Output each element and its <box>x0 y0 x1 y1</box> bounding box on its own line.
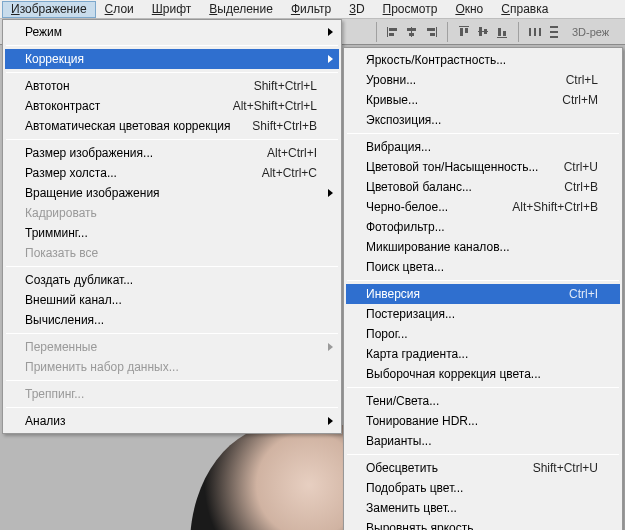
correction-submenu-item-label: Тени/Света... <box>366 394 598 408</box>
correction-submenu-item-label: Выборочная коррекция цвета... <box>366 367 598 381</box>
image-menu-item[interactable]: Вращение изображения <box>5 183 339 203</box>
correction-submenu-item[interactable]: Поиск цвета... <box>346 257 620 277</box>
correction-submenu-item-label: Карта градиента... <box>366 347 598 361</box>
correction-submenu-item[interactable]: Цветовой тон/Насыщенность...Ctrl+U <box>346 157 620 177</box>
image-menu-item: Показать все <box>5 243 339 263</box>
correction-submenu-item-label: Яркость/Контрастность... <box>366 53 598 67</box>
distribute-h-icon[interactable] <box>526 23 544 41</box>
image-menu-item[interactable]: Вычисления... <box>5 310 339 330</box>
correction-submenu-item[interactable]: Подобрать цвет... <box>346 478 620 498</box>
image-menu-item-label: Анализ <box>25 414 317 428</box>
correction-submenu-item[interactable]: Порог... <box>346 324 620 344</box>
correction-submenu-item[interactable]: Выровнять яркость <box>346 518 620 530</box>
menubar-item[interactable]: Фильтр <box>282 1 340 18</box>
submenu-arrow-icon <box>328 55 333 63</box>
image-menu-item-label: Размер холста... <box>25 166 250 180</box>
image-menu-dropdown: РежимКоррекцияАвтотонShift+Ctrl+LАвтокон… <box>2 19 342 434</box>
menubar-item[interactable]: Слои <box>96 1 143 18</box>
correction-submenu-item[interactable]: Тонирование HDR... <box>346 411 620 431</box>
correction-submenu-item[interactable]: Яркость/Контрастность... <box>346 50 620 70</box>
submenu-arrow-icon <box>328 189 333 197</box>
svg-rect-15 <box>497 37 507 38</box>
correction-submenu-item[interactable]: Постеризация... <box>346 304 620 324</box>
correction-submenu-item[interactable]: Кривые...Ctrl+M <box>346 90 620 110</box>
menubar-item[interactable]: Шрифт <box>143 1 200 18</box>
image-menu-item[interactable]: Автоматическая цветовая коррекцияShift+C… <box>5 116 339 136</box>
correction-submenu-item[interactable]: ОбесцветитьShift+Ctrl+U <box>346 458 620 478</box>
correction-submenu-item[interactable]: Вибрация... <box>346 137 620 157</box>
menubar-item[interactable]: Справка <box>492 1 557 18</box>
correction-submenu-item-label: Кривые... <box>366 93 550 107</box>
menubar-item[interactable]: Выделение <box>200 1 282 18</box>
correction-submenu-item-label: Черно-белое... <box>366 200 500 214</box>
align-right-icon[interactable] <box>422 23 440 41</box>
toolbar-3d-label[interactable]: 3D-реж <box>572 26 609 38</box>
menubar-item[interactable]: 3D <box>340 1 373 18</box>
image-menu-item[interactable]: АвтоконтрастAlt+Shift+Ctrl+L <box>5 96 339 116</box>
image-menu-item-label: Создать дубликат... <box>25 273 317 287</box>
correction-submenu-item-label: Заменить цвет... <box>366 501 598 515</box>
image-menu-item[interactable]: Размер холста...Alt+Ctrl+C <box>5 163 339 183</box>
toolbar-separator <box>518 22 519 42</box>
menubar-item[interactable]: Изображение <box>2 1 96 18</box>
submenu-arrow-icon <box>328 28 333 36</box>
svg-rect-1 <box>389 28 397 31</box>
correction-submenu-item[interactable]: Цветовой баланс...Ctrl+B <box>346 177 620 197</box>
image-menu-item[interactable]: Тримминг... <box>5 223 339 243</box>
svg-rect-19 <box>534 28 536 36</box>
image-menu-separator <box>6 380 338 381</box>
align-bottom-icon[interactable] <box>493 23 511 41</box>
image-menu-separator <box>6 407 338 408</box>
correction-submenu-item[interactable]: Фотофильтр... <box>346 217 620 237</box>
correction-submenu-item[interactable]: Микширование каналов... <box>346 237 620 257</box>
correction-submenu-item[interactable]: Экспозиция... <box>346 110 620 130</box>
align-center-v-icon[interactable] <box>474 23 492 41</box>
correction-submenu-item-label: Уровни... <box>366 73 554 87</box>
correction-submenu-separator <box>347 387 619 388</box>
image-menu-item[interactable]: Режим <box>5 22 339 42</box>
correction-submenu-item[interactable]: Черно-белое...Alt+Shift+Ctrl+B <box>346 197 620 217</box>
image-menu-item[interactable]: АвтотонShift+Ctrl+L <box>5 76 339 96</box>
image-menu-item[interactable]: Анализ <box>5 411 339 431</box>
document-image <box>190 425 360 530</box>
correction-submenu-item[interactable]: Выборочная коррекция цвета... <box>346 364 620 384</box>
image-menu-item: Треппинг... <box>5 384 339 404</box>
align-top-icon[interactable] <box>455 23 473 41</box>
correction-submenu-item[interactable]: Варианты... <box>346 431 620 451</box>
menubar-item[interactable]: Просмотр <box>374 1 447 18</box>
distribute-v-icon[interactable] <box>545 23 563 41</box>
svg-rect-10 <box>460 28 463 36</box>
correction-submenu-item-label: Фотофильтр... <box>366 220 598 234</box>
toolbar-separator <box>376 22 377 42</box>
correction-submenu-item[interactable]: Уровни...Ctrl+L <box>346 70 620 90</box>
image-menu-item-label: Вращение изображения <box>25 186 317 200</box>
image-menu-item-shortcut: Alt+Shift+Ctrl+L <box>233 99 317 113</box>
image-menu-item-shortcut: Shift+Ctrl+B <box>252 119 317 133</box>
correction-submenu-item[interactable]: Тени/Света... <box>346 391 620 411</box>
correction-submenu-item-label: Поиск цвета... <box>366 260 598 274</box>
image-menu-item-label: Размер изображения... <box>25 146 255 160</box>
image-menu-item[interactable]: Создать дубликат... <box>5 270 339 290</box>
correction-submenu-item[interactable]: Карта градиента... <box>346 344 620 364</box>
image-menu-item-label: Коррекция <box>25 52 317 66</box>
image-menu-item: Кадрировать <box>5 203 339 223</box>
image-menu-item[interactable]: Размер изображения...Alt+Ctrl+I <box>5 143 339 163</box>
correction-submenu-separator <box>347 454 619 455</box>
correction-submenu-item[interactable]: ИнверсияCtrl+I <box>346 284 620 304</box>
correction-submenu-dropdown: Яркость/Контрастность...Уровни...Ctrl+LК… <box>343 47 623 530</box>
menubar: ИзображениеСлоиШрифтВыделениеФильтр3DПро… <box>0 0 625 19</box>
correction-submenu-item-shortcut: Ctrl+M <box>562 93 598 107</box>
svg-rect-22 <box>550 31 558 33</box>
svg-rect-4 <box>407 28 416 31</box>
image-menu-item-label: Тримминг... <box>25 226 317 240</box>
image-menu-item[interactable]: Коррекция <box>5 49 339 69</box>
align-center-h-icon[interactable] <box>403 23 421 41</box>
svg-rect-2 <box>389 33 394 36</box>
image-menu-item[interactable]: Внешний канал... <box>5 290 339 310</box>
correction-submenu-item-label: Микширование каналов... <box>366 240 598 254</box>
correction-submenu-item-shortcut: Alt+Shift+Ctrl+B <box>512 200 598 214</box>
align-left-icon[interactable] <box>384 23 402 41</box>
menubar-item[interactable]: Окно <box>446 1 492 18</box>
correction-submenu-item-shortcut: Ctrl+L <box>566 73 598 87</box>
correction-submenu-item[interactable]: Заменить цвет... <box>346 498 620 518</box>
